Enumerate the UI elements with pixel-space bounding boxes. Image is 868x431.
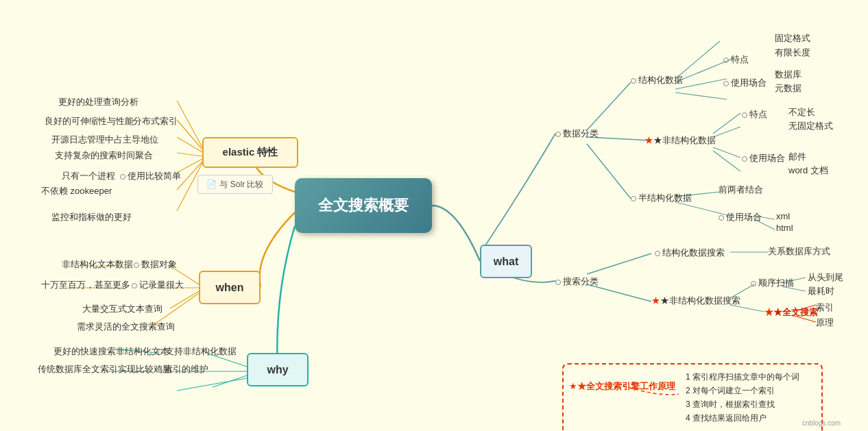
svg-line-6 (675, 93, 727, 99)
youxian-changdu: 有限长度 (775, 47, 810, 59)
svg-line-9 (713, 147, 740, 158)
suoyin-weihu: 索引的维护 (156, 363, 208, 375)
genghaode: 更好的处理查询分析 (58, 96, 138, 108)
tedian-jiegouhua: 特点 (723, 53, 749, 66)
svg-line-25 (177, 120, 202, 149)
when-label: when (216, 282, 244, 294)
budingchang: 不定长 (788, 106, 815, 119)
chuantong: 传统数据库全文索引实现比较鸡肋 (38, 363, 171, 375)
shujuku: 数据库 (775, 69, 801, 81)
yuanshuju: 元数据 (775, 82, 801, 95)
shiyong-fei: 使用场合 (742, 152, 785, 164)
jiegouhua-sousuo: 结构化数据搜索 (655, 247, 725, 259)
why-label: why (267, 364, 288, 376)
svg-line-27 (177, 153, 202, 156)
sousuo-fenlei: 搜索分类 (555, 275, 599, 288)
solr-label: 与 Solr 比较 (219, 179, 263, 190)
svg-line-5 (675, 79, 727, 89)
svg-line-10 (713, 151, 740, 171)
step1: 1 索引程序扫描文章中的每个词 (686, 371, 799, 383)
zui-hao-shi: 最耗时 (808, 285, 834, 297)
youjian: 邮件 (788, 151, 806, 163)
feijiegouhua-sousuo: ★★非结构化数据搜索 (651, 295, 740, 307)
jilu-henda: 记录量很大 (132, 279, 184, 291)
shi-wan: 十万至百万，甚至更多 (41, 279, 130, 291)
fenbushi: 分布式索引 (125, 115, 178, 127)
tedian-fei: 特点 (742, 108, 767, 121)
center-label: 全文搜索概要 (318, 195, 409, 216)
solr-box: 📄 与 Solr 比较 (197, 175, 273, 194)
shuju-duixiang: 数据对象 (134, 258, 177, 271)
shiyong-jiegouhua: 使用场合 (723, 77, 767, 89)
watermark: cnblogs.com (802, 419, 841, 427)
yuanli: 原理 (816, 317, 834, 329)
zhichi-fei: 支持非结构化数据 (158, 345, 237, 358)
wu-guding: 无固定格式 (788, 120, 833, 132)
svg-line-26 (177, 137, 202, 152)
cong-tou: 从头到尾 (808, 271, 843, 284)
jiegouhua-shuju: 结构化数据 (631, 74, 683, 86)
svg-line-3 (675, 41, 720, 79)
svg-line-15 (587, 254, 651, 274)
geng-hao: 更好的快速搜索非结构化文本 (53, 345, 169, 358)
what-node: what (480, 245, 532, 278)
lianghao: 良好的可伸缩性与性能 (45, 115, 134, 127)
why-node: why (247, 353, 309, 386)
center-node: 全文搜索概要 (295, 178, 432, 233)
svg-line-0 (587, 82, 631, 130)
shiyong-ban: 使用场合 (719, 211, 762, 223)
when-node: when (199, 271, 261, 304)
svg-line-24 (177, 101, 202, 147)
html: html (776, 223, 793, 233)
guding-geshi: 固定格式 (775, 32, 810, 45)
step4: 4 查找结果返回给用户 (686, 412, 767, 424)
elastic-node: elastic 特性 (202, 137, 298, 168)
svg-line-7 (713, 113, 740, 134)
zhiyou: 只有一个进程 (62, 170, 115, 182)
svg-line-2 (587, 144, 631, 199)
qianliangzhe: 前两者结合 (719, 184, 763, 196)
shuju-fenlei: 数据分类 (555, 127, 599, 140)
word-doc: word 文档 (788, 164, 828, 177)
feijiegouhua-shuju: ★★非结构化数据 (644, 134, 716, 147)
guanxi-shujuku: 关系数据库方式 (768, 245, 830, 258)
suoyin-branch: 索引 (816, 301, 834, 314)
feijiegouhua-wenben: 非结构化文本数据 (62, 258, 133, 271)
xml: xml (776, 211, 790, 221)
bu-yilai: 不依赖 zookeeper (41, 185, 112, 197)
jiankong: 监控和指标做的更好 (51, 211, 132, 223)
svg-line-34 (170, 291, 199, 308)
svg-line-8 (713, 127, 740, 137)
banjiegouhua-shuju: 半结构化数据 (631, 192, 692, 204)
elastic-label: elastic 特性 (223, 146, 278, 159)
daliang: 大量交互式文本查询 (82, 303, 162, 315)
step2: 2 对每个词建立一个索引 (686, 385, 775, 397)
step3: 3 查询时，根据索引查找 (686, 399, 775, 410)
what-label: what (494, 256, 518, 268)
xuqiu: 需求灵活的全文搜索查询 (77, 321, 175, 333)
svg-line-38 (213, 375, 247, 387)
svg-line-39 (177, 378, 247, 391)
quanwen-sousuo: ★★全文搜索 (764, 306, 818, 319)
shiyong-jiandan: 使用比较简单 (120, 170, 181, 182)
zhichi-fuza: 支持复杂的搜索时间聚合 (55, 149, 153, 162)
shunxu-saomiao: 顺序扫描 (751, 277, 794, 289)
kaiyuan: 开源日志管理中占主导地位 (51, 134, 158, 146)
